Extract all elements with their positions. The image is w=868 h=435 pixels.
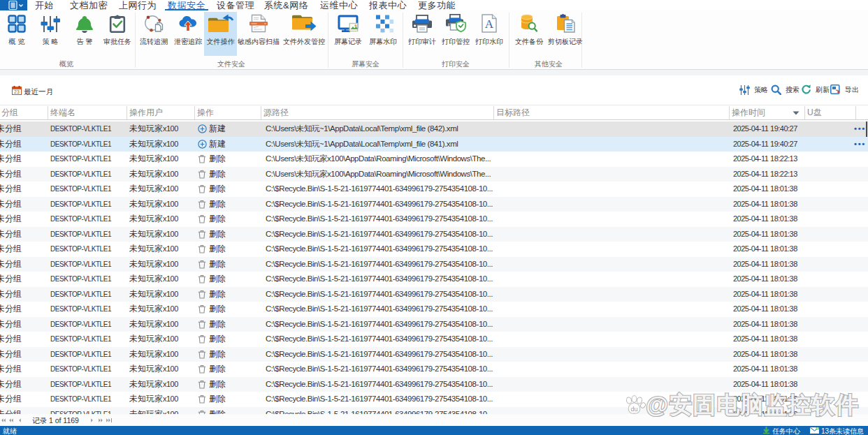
svg-text:A: A (485, 17, 494, 31)
svg-text:23: 23 (14, 89, 20, 94)
